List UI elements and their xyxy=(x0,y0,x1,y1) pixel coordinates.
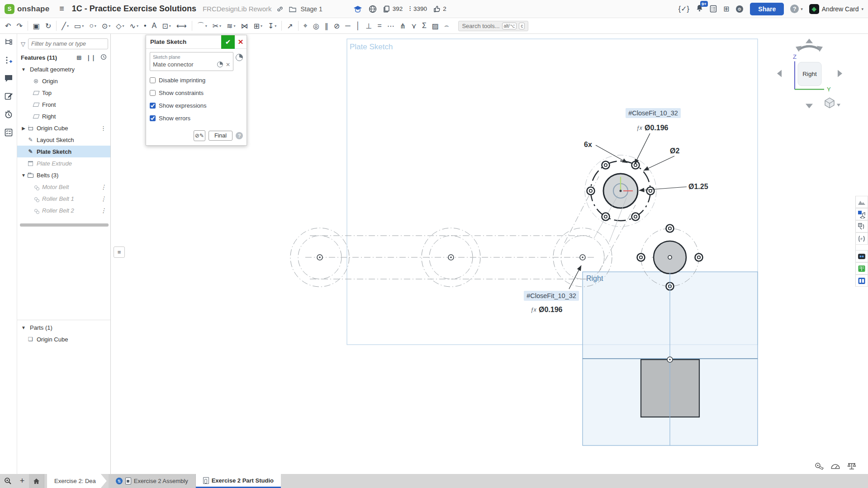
comments-icon[interactable] xyxy=(4,74,13,83)
rollback-clock-icon[interactable] xyxy=(100,54,107,62)
square-top-point[interactable] xyxy=(667,357,673,362)
help-menu[interactable]: ? ▾ xyxy=(790,5,803,13)
tree-item-default-geometry[interactable]: ▼ Default geometry xyxy=(17,63,110,75)
dim-bolt-circle[interactable]: Ø2 xyxy=(644,147,679,171)
roller-circle-1[interactable] xyxy=(290,228,349,287)
checkbox-disable-imprinting[interactable]: Disable imprinting xyxy=(150,77,243,84)
workspace-name[interactable]: Stage 1 xyxy=(301,5,323,13)
coincident-constraint[interactable]: ⌖ xyxy=(301,20,310,31)
horizontal-constraint[interactable]: ─ xyxy=(343,20,352,31)
perpendicular-constraint[interactable]: ⊥ xyxy=(363,20,374,32)
link-icon[interactable] xyxy=(275,5,285,14)
checklist-icon[interactable] xyxy=(4,128,13,137)
item-menu-icon[interactable]: ⋮ xyxy=(100,195,107,202)
paste-sketch-button[interactable]: ▣ xyxy=(31,20,42,32)
onshape-logo[interactable]: S onshape xyxy=(5,4,49,14)
create-version-icon[interactable] xyxy=(4,56,13,65)
search-tabs-icon[interactable] xyxy=(0,474,15,488)
tree-item-plate-sketch[interactable]: ✎ Plate Sketch xyxy=(17,146,110,157)
tab-exercise-2-part-studio[interactable]: Exercise 2 Part Studio xyxy=(196,474,281,488)
undo-button[interactable]: ↶ xyxy=(3,20,13,32)
rotate-right-arrow[interactable] xyxy=(838,70,842,77)
item-menu-icon[interactable]: ⋮ xyxy=(100,125,107,132)
normal-constraint[interactable]: ⋔ xyxy=(398,20,408,32)
document-outline-icon[interactable] xyxy=(4,38,13,47)
measure-tool-icon[interactable] xyxy=(814,462,824,470)
use-convert-tool[interactable]: ⊡▾ xyxy=(160,20,173,32)
dim-hole-bottom[interactable]: #CloseFit_10_32 ƒx Ø0.196 xyxy=(524,265,581,313)
sketch-mode-button[interactable]: ⊘✎ xyxy=(194,130,205,141)
rectangle-tool[interactable]: ▭▾ xyxy=(72,20,86,32)
clear-selection-icon[interactable]: ✕ xyxy=(226,62,230,68)
assistant-icon[interactable]: ⚙ xyxy=(735,5,744,13)
chevron-down-icon[interactable]: ▼ xyxy=(20,325,27,330)
tree-item-top-plane[interactable]: Top xyxy=(17,87,110,99)
curvature-constraint[interactable]: ⌢ xyxy=(442,20,451,31)
bom-cube-app-icon[interactable] xyxy=(855,208,868,220)
tree-item-front-plane[interactable]: Front xyxy=(17,99,110,110)
offset-tool[interactable]: ≋▾ xyxy=(224,20,237,32)
rotate-left-arrow[interactable] xyxy=(777,70,782,77)
ellipse-tool[interactable]: ⊙▾ xyxy=(100,20,113,32)
home-tab-button[interactable] xyxy=(29,474,44,488)
edit-document-icon[interactable] xyxy=(4,92,13,101)
checkbox-show-constraints[interactable]: Show constraints xyxy=(150,90,243,96)
rotate-up-arrow[interactable] xyxy=(806,39,813,43)
rotate-down-arrow[interactable] xyxy=(806,104,813,109)
apps-grid-icon[interactable]: ⊞ xyxy=(723,5,729,13)
parts-header-row[interactable]: ▼ Parts (1) xyxy=(17,322,110,333)
cancel-button[interactable]: ✕ xyxy=(235,35,247,49)
isometric-view-button[interactable] xyxy=(825,98,840,108)
redo-button[interactable]: ↷ xyxy=(14,20,24,32)
show-constraints-checkbox[interactable] xyxy=(150,90,156,96)
tree-item-roller-belt-2[interactable]: Roller Belt 2 ⋮ xyxy=(17,204,110,216)
share-button[interactable]: Share xyxy=(750,3,784,15)
filter-input[interactable] xyxy=(28,38,108,49)
midpoint-constraint[interactable]: ⋯ xyxy=(385,20,397,32)
search-tools-box[interactable]: Search tools... alt/⌥ c xyxy=(458,21,528,31)
checkbox-show-errors[interactable]: Show errors xyxy=(150,115,243,122)
text-tool[interactable]: A xyxy=(150,20,159,31)
mass-properties-icon[interactable] xyxy=(847,462,857,470)
final-button[interactable]: Final xyxy=(209,131,232,141)
point-tool[interactable]: • xyxy=(142,20,149,31)
checkbox-show-expressions[interactable]: Show expressions xyxy=(150,102,243,109)
dim-hole-top[interactable]: #CloseFit_10_32 ƒx Ø0.196 xyxy=(626,108,681,164)
tab-exercise-2-drawing[interactable]: Exercise 2: Dea xyxy=(47,474,107,488)
suppress-icon[interactable]: ❘❘ xyxy=(86,54,96,61)
tab-exercise-2-assembly[interactable]: ⇅ Exercise 2 Assembly xyxy=(109,474,196,488)
user-menu[interactable]: ◈ Andrew Card ▾ xyxy=(809,4,863,14)
show-expressions-checkbox[interactable] xyxy=(150,103,156,109)
copies-stat[interactable]: 392 xyxy=(383,5,403,13)
tree-item-roller-belt-1[interactable]: Roller Belt 1 ⋮ xyxy=(17,193,110,204)
line-tool[interactable]: ╱▾ xyxy=(59,20,71,32)
import-dxf-tool[interactable]: ↧▾ xyxy=(266,20,279,32)
mirror-tool[interactable]: ⋈ xyxy=(239,20,251,32)
panel-app-icon[interactable] xyxy=(855,275,868,287)
fix-constraint[interactable]: ▨ xyxy=(430,20,441,32)
tree-item-right-plane[interactable]: Right xyxy=(17,110,110,122)
assistant-app-icon[interactable] xyxy=(855,250,868,262)
item-menu-icon[interactable]: ⋮ xyxy=(100,207,107,214)
notifications-button[interactable]: 9+ xyxy=(696,4,703,14)
feature-list-handle[interactable]: ≡ xyxy=(114,246,125,258)
part-item-origin-cube[interactable]: ❏ Origin Cube xyxy=(17,333,110,345)
plate-sketch-region-label[interactable]: Plate Sketch xyxy=(350,43,393,51)
vertical-constraint[interactable]: │ xyxy=(353,20,362,31)
polygon-tool[interactable]: ◇▾ xyxy=(114,20,126,32)
tree-item-belts-folder[interactable]: ▼ Belts (3) xyxy=(17,169,110,181)
docs-app-icon[interactable] xyxy=(855,262,868,275)
tree-item-origin[interactable]: Origin xyxy=(17,75,110,87)
transform-tool[interactable]: ↗ xyxy=(285,20,295,32)
chevron-down-icon[interactable]: ▼ xyxy=(20,67,27,72)
motor-pulley[interactable] xyxy=(585,155,656,242)
education-icon[interactable] xyxy=(353,5,362,13)
show-errors-checkbox[interactable] xyxy=(150,115,156,121)
featurescript-check-icon[interactable]: {✓} xyxy=(678,5,689,13)
accept-button[interactable]: ✔ xyxy=(221,35,235,49)
new-folder-icon[interactable]: ⊞ xyxy=(76,54,81,61)
render-app-icon[interactable] xyxy=(855,196,868,208)
tree-item-layout-sketch[interactable]: ✎ Layout Sketch xyxy=(17,134,110,146)
item-menu-icon[interactable]: ⋮ xyxy=(100,184,107,190)
featurescript-app-icon[interactable]: F xyxy=(855,232,868,245)
